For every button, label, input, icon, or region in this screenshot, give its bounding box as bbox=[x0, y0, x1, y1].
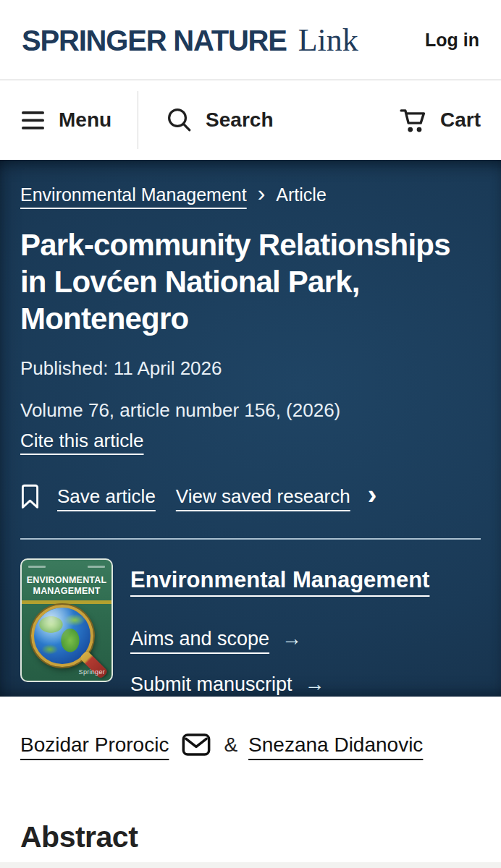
cover-bottom-meta: Springer bbox=[28, 668, 105, 676]
published-date: Published: 11 April 2026 bbox=[20, 357, 481, 380]
view-saved-research-link[interactable]: View saved research bbox=[176, 485, 350, 508]
cover-yellow-band bbox=[22, 600, 111, 604]
search-button[interactable]: Search bbox=[166, 106, 273, 134]
authors-row: Bozidar Prorocic & Snezana Didanovic bbox=[20, 733, 481, 757]
volume-info: Volume 76, article number 156, (2026) bbox=[20, 399, 481, 422]
journal-cover-thumbnail[interactable]: ENVIRONMENTAL MANAGEMENT Springer bbox=[20, 558, 113, 682]
cart-button[interactable]: Cart bbox=[399, 106, 481, 134]
submit-manuscript-link[interactable]: Submit manuscript bbox=[130, 673, 292, 696]
article-title-line: Park-community Relationships bbox=[20, 227, 481, 264]
site-header: SPRINGER NATURE Link Log in bbox=[0, 0, 501, 80]
submit-manuscript-row: Submit manuscript → bbox=[130, 673, 429, 696]
aims-and-scope-row: Aims and scope → bbox=[130, 627, 429, 650]
cover-title: ENVIRONMENTAL MANAGEMENT bbox=[22, 575, 111, 597]
search-label: Search bbox=[206, 109, 273, 132]
login-link[interactable]: Log in bbox=[425, 30, 479, 51]
cover-title-line: ENVIRONMENTAL bbox=[22, 575, 111, 586]
bookmark-icon bbox=[20, 484, 40, 509]
search-icon bbox=[166, 106, 193, 134]
arrow-right-icon: → bbox=[305, 673, 325, 696]
page: SPRINGER NATURE Link Log in Menu bbox=[0, 0, 501, 868]
save-row: Save article View saved research › bbox=[20, 484, 481, 509]
menu-button[interactable]: Menu bbox=[22, 109, 111, 132]
cover-publisher-logo: Springer bbox=[79, 668, 105, 676]
cover-title-line: MANAGEMENT bbox=[22, 586, 111, 597]
abstract-heading: Abstract bbox=[20, 820, 481, 854]
cover-meta-bar bbox=[28, 566, 46, 568]
hamburger-icon bbox=[22, 111, 46, 130]
cover-meta-bar bbox=[88, 566, 105, 568]
globe-magnifier-art bbox=[31, 605, 93, 667]
article-title-line: in Lovćen National Park, bbox=[20, 264, 481, 301]
cart-icon bbox=[399, 106, 428, 134]
aims-and-scope-link[interactable]: Aims and scope bbox=[130, 628, 269, 650]
email-author-button[interactable] bbox=[182, 733, 211, 757]
hero-divider bbox=[20, 538, 481, 540]
article-hero: Environmental Management › Article Park-… bbox=[0, 160, 501, 697]
menu-label: Menu bbox=[59, 109, 111, 132]
cover-top-meta bbox=[22, 560, 111, 568]
article-title: Park-community Relationships in Lovćen N… bbox=[20, 227, 481, 337]
authors-separator: & bbox=[224, 733, 237, 757]
bottom-strip bbox=[0, 862, 501, 868]
journal-card: ENVIRONMENTAL MANAGEMENT Springer bbox=[20, 558, 481, 696]
author-link-1[interactable]: Bozidar Prorocic bbox=[20, 733, 169, 757]
logo-suffix-text: Link bbox=[298, 22, 358, 59]
journal-home-link[interactable]: Environmental Management bbox=[130, 567, 429, 593]
springer-nature-link-logo[interactable]: SPRINGER NATURE Link bbox=[22, 22, 358, 59]
breadcrumb-current: Article bbox=[276, 184, 326, 205]
cite-this-article-link[interactable]: Cite this article bbox=[20, 430, 144, 452]
article-title-line: Montenegro bbox=[20, 301, 481, 338]
breadcrumb: Environmental Management › Article bbox=[20, 184, 481, 205]
save-article-link[interactable]: Save article bbox=[57, 485, 156, 508]
toolbar: Menu Search Cart bbox=[0, 80, 501, 160]
arrow-right-icon: → bbox=[282, 627, 302, 650]
author-link-2[interactable]: Snezana Didanovic bbox=[248, 733, 423, 757]
envelope-icon bbox=[182, 733, 211, 757]
breadcrumb-journal-link[interactable]: Environmental Management bbox=[20, 184, 247, 205]
authors-section: Bozidar Prorocic & Snezana Didanovic Abs… bbox=[0, 697, 501, 868]
logo-main-text: SPRINGER NATURE bbox=[22, 25, 287, 57]
cart-label: Cart bbox=[440, 109, 481, 132]
toolbar-divider bbox=[138, 91, 138, 149]
journal-links: Environmental Management Aims and scope … bbox=[130, 558, 429, 696]
